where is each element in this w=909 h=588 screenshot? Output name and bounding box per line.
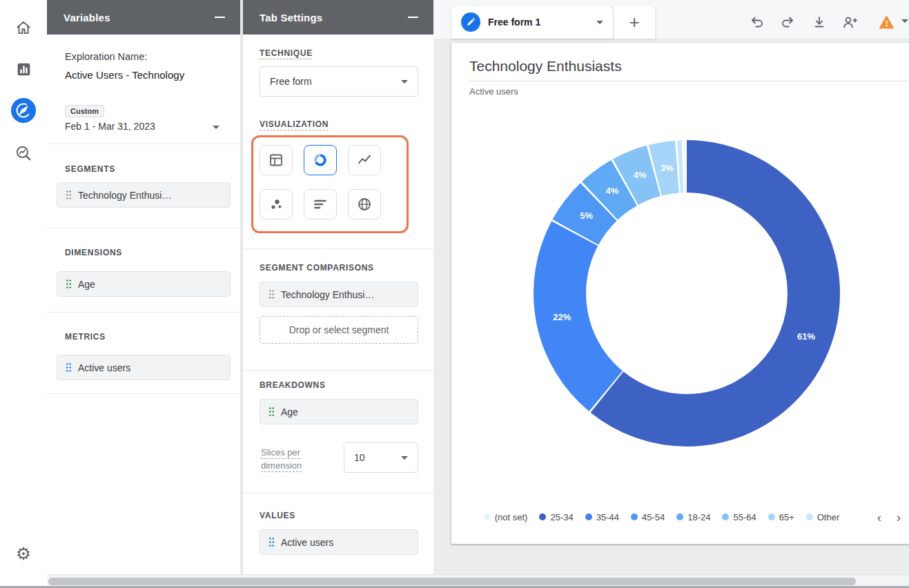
legend-label: 35-44 [596,512,619,522]
download-icon [812,14,827,30]
viz-line-button[interactable] [348,145,381,175]
slices-per-dimension-label: Slices per dimension [261,446,315,472]
values-label: VALUES [260,511,295,520]
chip-label: Technology Enthusi… [78,190,171,201]
chip-label: Active users [78,362,130,373]
visualization-label: VISUALIZATION [260,119,329,129]
tab-label: Free form 1 [488,17,589,28]
divider [47,393,240,394]
date-custom-badge: Custom [65,105,104,117]
pencil-icon [466,17,476,27]
breakdown-chip[interactable]: Age [260,399,418,424]
exploration-name-value[interactable]: Active Users - Technology [65,69,184,81]
chart-legend: (not set)25-3435-4445-5418-2455-6465+Oth… [458,508,865,526]
donut-chart: 61%22%5%4%4%3% [451,43,909,544]
legend-label: 45-54 [642,512,665,522]
chip-label: Age [78,279,95,290]
nav-reports-button[interactable] [10,55,37,83]
divider [243,248,433,249]
legend-item[interactable]: 45-54 [631,512,665,522]
chip-label: Technology Enthusi… [281,289,374,300]
technique-select[interactable]: Free form [260,66,418,97]
drag-handle-icon [66,190,72,200]
segment-chip[interactable]: Technology Enthusi… [57,182,231,208]
dimension-chip[interactable]: Age [57,271,231,297]
legend-next-button[interactable]: › [897,511,901,524]
tab-settings-panel-header: Tab Settings [243,0,433,35]
drag-handle-icon [66,362,72,373]
warning-indicator[interactable] [877,12,896,32]
segments-section-label: SEGMENTS [65,164,115,174]
legend-dot [676,513,683,520]
technique-label: TECHNIQUE [260,48,313,58]
tab-free-form-1[interactable]: Free form 1 [451,6,613,39]
minimize-tab-settings-button[interactable] [408,17,418,18]
date-range-caret-icon[interactable] [213,126,219,129]
legend-item[interactable]: 35-44 [585,512,619,522]
plus-icon: + [629,12,639,33]
legend-prev-button[interactable]: ‹ [877,511,881,524]
legend-dot [585,513,592,520]
legend-item[interactable]: Other [806,512,840,522]
legend-item[interactable]: 55-64 [722,512,756,522]
legend-dot [484,513,491,520]
segment-drop-zone[interactable]: Drop or select segment [260,316,418,344]
nav-home-button[interactable] [10,14,37,41]
person-add-icon [842,14,858,30]
magnifier-chart-icon [14,144,32,162]
legend-dot [768,513,775,520]
scrollbar-thumb[interactable] [48,578,856,585]
redo-button[interactable] [778,12,797,32]
legend-label: 18-24 [687,512,710,522]
date-range-value[interactable]: Feb 1 - Mar 31, 2023 [65,121,155,132]
exploration-canvas: Free form 1 + [433,0,909,588]
warning-dropdown-caret-icon[interactable] [901,19,908,23]
drag-handle-icon [268,406,275,417]
legend-item[interactable]: (not set) [484,512,528,522]
nav-admin-button[interactable]: ⚙ [10,540,37,567]
tab-strip: Free form 1 + [433,0,909,39]
minimize-variables-button[interactable] [215,17,225,18]
new-tab-button[interactable]: + [613,6,656,39]
legend-dot [722,513,729,520]
technique-value: Free form [270,76,312,87]
drag-handle-icon [268,537,275,547]
gear-icon: ⚙ [16,545,31,562]
viz-geo-button[interactable] [348,189,381,219]
metric-chip[interactable]: Active users [57,355,231,380]
variables-panel-header: Variables [47,0,240,35]
legend-item[interactable]: 25-34 [539,512,573,522]
tab-settings-panel-title: Tab Settings [260,12,322,23]
values-chip[interactable]: Active users [260,529,418,555]
tab-settings-panel: Tab Settings TECHNIQUE Free form VISUALI… [243,0,433,588]
breakdowns-label: BREAKDOWNS [260,380,326,390]
share-button[interactable] [840,12,859,32]
viz-donut-button-selected[interactable] [304,145,337,175]
legend-item[interactable]: 65+ [768,512,794,522]
viz-scatter-button[interactable] [260,189,293,219]
nav-explore-button-selected[interactable] [10,97,37,124]
legend-dot [539,513,546,520]
slice-percent-label: 3% [661,163,674,173]
viz-bar-button[interactable] [304,189,337,219]
chip-label: Age [281,406,298,418]
geo-map-icon [356,196,373,213]
slices-per-dimension-select[interactable]: 10 [344,442,418,473]
download-button[interactable] [810,12,829,32]
segment-comparison-chip[interactable]: Technology Enthusi… [260,282,418,307]
edit-tab-badge[interactable] [461,12,480,32]
tab-chevron-down-icon[interactable] [596,21,603,24]
slice-percent-label: 5% [580,210,593,221]
redo-icon [780,14,795,30]
reports-icon [15,61,32,78]
nav-advertising-button[interactable] [10,139,37,167]
table-icon [268,152,284,168]
undo-button[interactable] [747,12,767,32]
slice-percent-label: 4% [634,170,647,180]
legend-label: 65+ [779,512,794,522]
drag-handle-icon [268,289,275,300]
viz-table-button[interactable] [260,145,293,175]
metrics-section-label: METRICS [65,332,106,342]
legend-item[interactable]: 18-24 [676,512,710,522]
legend-label: 25-34 [550,512,573,522]
